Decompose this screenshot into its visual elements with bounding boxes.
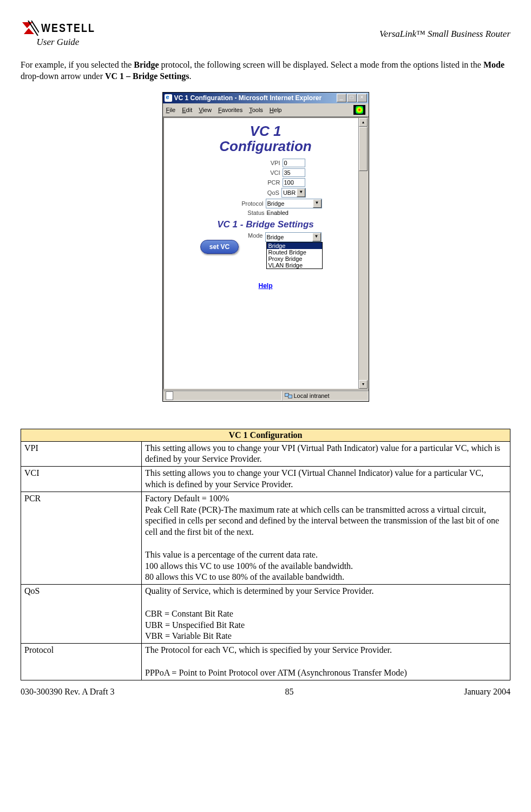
close-button[interactable]: × [357, 94, 367, 102]
scroll-up-button[interactable]: ▴ [359, 118, 368, 127]
qos-select[interactable]: UBR ▼ [281, 188, 306, 198]
vpi-label: VPI [226, 160, 280, 166]
cell-name: QoS [21, 585, 142, 644]
menu-help[interactable]: Help [270, 107, 282, 113]
brand-text: WESTELL [41, 21, 95, 35]
ie-throbber-icon [353, 105, 365, 115]
cell-desc: This setting allows you to change your V… [142, 467, 510, 492]
heading-vc1: VC 1 Configuration [164, 123, 368, 154]
footer-left: 030-300390 Rev. A Draft 3 [21, 687, 115, 697]
help-link[interactable]: Help [258, 282, 272, 290]
mode-option-bridge[interactable]: Bridge [267, 243, 322, 249]
cell-name: Protocol [21, 644, 142, 680]
maximize-button[interactable]: □ [347, 94, 357, 102]
vci-input[interactable]: 35 [283, 168, 305, 177]
protocol-label: Protocol [209, 200, 264, 207]
statusbar: Local intranet [163, 390, 369, 401]
intranet-icon [285, 392, 292, 400]
cell-name: VPI [21, 441, 142, 467]
protocol-select[interactable]: Bridge ▼ [266, 199, 322, 208]
chevron-down-icon: ▼ [312, 233, 321, 241]
minimize-button[interactable]: _ [337, 94, 346, 102]
mode-option-proxy[interactable]: Proxy Bridge [267, 256, 322, 262]
vpi-input[interactable]: 0 [283, 159, 305, 167]
menubar: File Edit View Favorites Tools Help [163, 103, 369, 117]
table-row: QoS Quality of Service, which is determi… [21, 585, 510, 644]
content-area: ▴ ▾ VC 1 Configuration VPI 0 VCI 35 PCR … [163, 117, 369, 390]
logo-block: WESTELL User Guide [21, 21, 95, 48]
menu-favorites[interactable]: Favorites [218, 107, 242, 113]
vci-label: VCI [226, 169, 280, 176]
chevron-down-icon: ▼ [313, 199, 322, 208]
definition-table: VC 1 Configuration VPI This setting allo… [21, 429, 510, 680]
header-right: VersaLink™ Small Business Router [379, 29, 510, 40]
intro-paragraph: For example, if you selected the Bridge … [21, 60, 510, 82]
table-title: VC 1 Configuration [21, 429, 510, 441]
qos-label: QoS [225, 189, 279, 196]
cell-desc: Factory Default = 100% Peak Cell Rate (P… [142, 492, 510, 584]
pcr-label: PCR [226, 179, 280, 186]
ie-icon [165, 94, 172, 102]
menu-view[interactable]: View [199, 107, 212, 113]
chevron-down-icon: ▼ [297, 188, 305, 197]
status-zone: Local intranet [282, 391, 369, 401]
footer-center: 85 [285, 687, 293, 697]
table-row: Protocol The Protocol for each VC, which… [21, 644, 510, 680]
scrollbar[interactable]: ▴ ▾ [358, 118, 368, 389]
mode-select[interactable]: Bridge ▼ [265, 232, 322, 242]
window-title: VC 1 Configuration - Microsoft Internet … [174, 94, 335, 102]
logo: WESTELL [21, 21, 95, 36]
status-left [163, 391, 282, 401]
screenshot-window: VC 1 Configuration - Microsoft Internet … [162, 92, 369, 402]
cell-desc: The Protocol for each VC, which is speci… [142, 644, 510, 680]
titlebar: VC 1 Configuration - Microsoft Internet … [163, 93, 369, 103]
pcr-input[interactable]: 100 [283, 178, 305, 187]
user-guide-label: User Guide [37, 37, 80, 48]
heading-bridge: VC 1 - Bridge Settings [164, 219, 368, 230]
page-footer: 030-300390 Rev. A Draft 3 85 January 200… [21, 687, 510, 697]
table-row: VPI This setting allows you to change yo… [21, 441, 510, 467]
page-header: WESTELL User Guide VersaLink™ Small Busi… [21, 21, 510, 48]
mode-option-vlan[interactable]: VLAN Bridge [267, 262, 322, 269]
mode-option-routed[interactable]: Routed Bridge [267, 249, 322, 256]
menu-file[interactable]: File [166, 107, 176, 113]
mode-label: Mode [209, 232, 263, 239]
status-value: Enabled [267, 209, 321, 216]
cell-name: VCI [21, 467, 142, 492]
table-row: PCR Factory Default = 100% Peak Cell Rat… [21, 492, 510, 584]
mode-dropdown-list[interactable]: Bridge Routed Bridge Proxy Bridge VLAN B… [266, 242, 323, 269]
set-vc-button[interactable]: set VC [200, 240, 239, 254]
table-row: VCI This setting allows you to change yo… [21, 467, 510, 492]
svg-marker-1 [24, 28, 34, 34]
menu-edit[interactable]: Edit [182, 107, 192, 113]
menu-tools[interactable]: Tools [249, 107, 263, 113]
scroll-thumb[interactable] [359, 127, 368, 171]
cell-desc: This setting allows you to change your V… [142, 441, 510, 467]
westell-logo-icon [21, 21, 39, 36]
cell-name: PCR [21, 492, 142, 584]
cell-desc: Quality of Service, which is determined … [142, 585, 510, 644]
footer-right: January 2004 [464, 687, 510, 697]
status-label: Status [211, 209, 265, 216]
page-icon [166, 391, 173, 400]
scroll-down-button[interactable]: ▾ [359, 380, 368, 389]
